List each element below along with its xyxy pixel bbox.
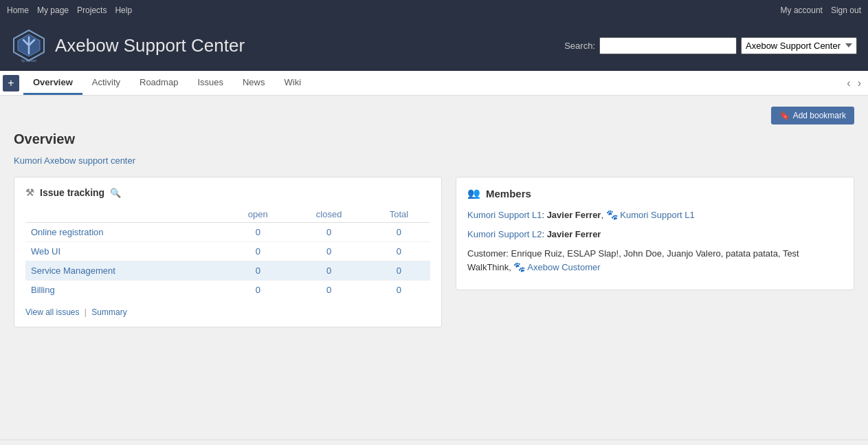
open-link[interactable]: 0 <box>256 285 260 295</box>
col-total: Total <box>368 206 430 223</box>
bookmark-label: Add bookmark <box>793 111 846 120</box>
total-link[interactable]: 0 <box>397 246 401 257</box>
col-closed: closed <box>290 206 367 223</box>
open-link[interactable]: 0 <box>256 246 260 257</box>
footer-separator: | <box>85 307 87 317</box>
members-widget: 👥 Members Kumori Support L1: Javier Ferr… <box>456 177 854 290</box>
row-open: 0 <box>225 242 290 261</box>
group-icon-l1: 🐾 <box>606 209 618 220</box>
right-col: 👥 Members Kumori Support L1: Javier Ferr… <box>456 177 854 327</box>
table-row: Web UI 0 0 0 <box>25 242 430 261</box>
tab-activity[interactable]: Activity <box>82 72 130 95</box>
closed-link[interactable]: 0 <box>326 285 331 295</box>
issue-table: open closed Total Online registration 0 … <box>25 206 430 299</box>
row-total: 0 <box>368 261 430 281</box>
header: by kumori Axebow Support Center Search: … <box>0 21 868 71</box>
axebow-customer-link[interactable]: Axebow Customer <box>527 262 600 272</box>
total-link[interactable]: 0 <box>397 227 401 237</box>
table-header-row: open closed Total <box>25 206 430 223</box>
member-row-l2: Kumori Support L2: Javier Ferrer <box>467 228 843 241</box>
members-icon: 👥 <box>467 187 480 199</box>
members-title-text: Members <box>486 188 531 199</box>
table-row: Billing 0 0 0 <box>25 281 430 300</box>
row-total: 0 <box>368 281 430 300</box>
row-name: Service Management <box>25 261 225 281</box>
total-link[interactable]: 0 <box>397 285 401 295</box>
row-name: Online registration <box>25 223 225 242</box>
nav-sign-out[interactable]: Sign out <box>831 6 861 15</box>
subgroup-link-l1[interactable]: Kumori Support L1 <box>620 210 694 220</box>
table-row: Service Management 0 0 0 <box>25 261 430 281</box>
issue-tracking-widget: ⚒ Issue tracking 🔍 open closed Total <box>14 177 442 327</box>
member-name-l2: Javier Ferrer <box>547 229 601 239</box>
page-footer: Powered by Redmine © 2006-2024 Jean-Phil… <box>0 439 868 445</box>
tab-add-button[interactable]: + <box>3 75 19 91</box>
customer-label: Customer: <box>467 248 511 259</box>
tab-roadmap[interactable]: Roadmap <box>130 72 188 95</box>
wrench-icon: ⚒ <box>25 187 34 198</box>
row-open: 0 <box>225 261 290 281</box>
row-total: 0 <box>368 242 430 261</box>
add-bookmark-button[interactable]: 🔖 Add bookmark <box>771 107 854 124</box>
tab-bar: + Overview Activity Roadmap Issues News … <box>0 71 868 96</box>
issue-link[interactable]: Billing <box>31 285 55 295</box>
nav-mypage[interactable]: My page <box>37 6 69 15</box>
members-title: 👥 Members <box>467 187 843 199</box>
member-name-l1: Javier Ferrer <box>547 210 601 220</box>
row-name: Web UI <box>25 242 225 261</box>
tab-issues[interactable]: Issues <box>188 72 233 95</box>
member-row-customer: Customer: Enrique Ruiz, ESLAP Slap!, Joh… <box>467 247 843 275</box>
row-closed: 0 <box>290 261 367 281</box>
total-link[interactable]: 0 <box>397 265 401 276</box>
open-link[interactable]: 0 <box>256 265 260 276</box>
tab-wiki[interactable]: Wiki <box>274 72 311 95</box>
widget-title-text: Issue tracking <box>40 187 104 198</box>
group-icon-customer: 🐾 <box>513 261 525 272</box>
tab-overview[interactable]: Overview <box>23 72 82 95</box>
widget-title: ⚒ Issue tracking 🔍 <box>25 187 430 198</box>
top-nav-right: My account Sign out <box>781 6 861 15</box>
issue-link[interactable]: Service Management <box>31 265 115 276</box>
search-input[interactable] <box>599 37 737 54</box>
issue-link[interactable]: Online registration <box>31 227 104 237</box>
closed-link[interactable]: 0 <box>326 265 331 276</box>
closed-link[interactable]: 0 <box>326 227 331 237</box>
row-closed: 0 <box>290 223 367 242</box>
open-link[interactable]: 0 <box>256 227 260 237</box>
tab-next-arrow[interactable]: › <box>855 76 864 91</box>
row-open: 0 <box>225 223 290 242</box>
nav-help[interactable]: Help <box>115 6 132 15</box>
group-link-l2[interactable]: Kumori Support L2 <box>467 229 542 239</box>
widget-footer: View all issues | Summary <box>25 307 430 317</box>
top-nav: Home My page Projects Help My account Si… <box>0 0 868 21</box>
header-search: Search: Axebow Support Center <box>564 37 857 54</box>
zoom-icon[interactable]: 🔍 <box>110 188 121 198</box>
nav-home[interactable]: Home <box>7 6 29 15</box>
row-closed: 0 <box>290 242 367 261</box>
search-label: Search: <box>564 41 595 51</box>
svg-text:by kumori: by kumori <box>21 58 36 63</box>
col-open: open <box>225 206 290 223</box>
row-closed: 0 <box>290 281 367 300</box>
row-total: 0 <box>368 223 430 242</box>
tab-nav-arrows: ‹ › <box>844 76 868 91</box>
row-name: Billing <box>25 281 225 300</box>
two-col-layout: ⚒ Issue tracking 🔍 open closed Total <box>14 177 854 327</box>
view-all-issues-link[interactable]: View all issues <box>25 307 79 317</box>
group-link-l1[interactable]: Kumori Support L1 <box>467 210 542 220</box>
main-content: 🔖 Add bookmark Overview Kumori Axebow su… <box>0 96 868 439</box>
logo-area: by kumori Axebow Support Center <box>11 28 245 63</box>
summary-link[interactable]: Summary <box>91 307 126 317</box>
nav-my-account[interactable]: My account <box>781 6 823 15</box>
issue-link[interactable]: Web UI <box>31 246 60 257</box>
logo-text: Axebow Support Center <box>55 35 245 56</box>
closed-link[interactable]: 0 <box>326 246 331 257</box>
top-nav-left: Home My page Projects Help <box>7 6 132 15</box>
project-link[interactable]: Kumori Axebow support center <box>14 155 854 166</box>
tab-news[interactable]: News <box>233 72 275 95</box>
left-col: ⚒ Issue tracking 🔍 open closed Total <box>14 177 442 327</box>
tab-prev-arrow[interactable]: ‹ <box>844 76 853 91</box>
member-row-l1: Kumori Support L1: Javier Ferrer, 🐾 Kumo… <box>467 208 843 222</box>
scope-select[interactable]: Axebow Support Center <box>741 37 857 54</box>
nav-projects[interactable]: Projects <box>77 6 107 15</box>
